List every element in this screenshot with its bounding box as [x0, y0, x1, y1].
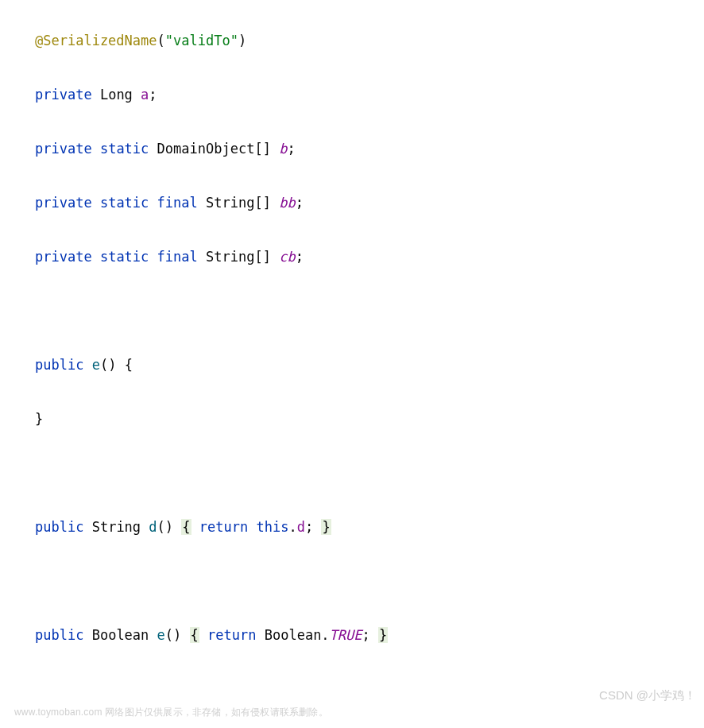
blank-line [35, 297, 688, 324]
code-line: } [35, 405, 688, 432]
code-block: @SerializedName("validTo") private Long … [0, 0, 704, 728]
code-line: public e() { [35, 351, 688, 378]
watermark-left: www.toymoban.com 网络图片仅供展示，非存储，如有侵权请联系删除。 [14, 703, 328, 722]
code-line: private static final String[] bb; [35, 189, 688, 216]
code-line: public Boolean e() { return Boolean.TRUE… [35, 622, 688, 649]
watermark-right: CSDN @小学鸡！ [599, 683, 696, 707]
blank-line [35, 676, 688, 703]
blank-line [35, 567, 688, 594]
annotation: @SerializedName [35, 33, 157, 48]
code-line: public String d() { return this.d; } [35, 513, 688, 540]
blank-line [35, 459, 688, 486]
string-literal: "validTo" [165, 33, 238, 48]
code-line: private static DomainObject[] b; [35, 135, 688, 162]
code-line: private Long a; [35, 81, 688, 108]
code-line: @SerializedName("validTo") [35, 27, 688, 54]
code-line: private static final String[] cb; [35, 243, 688, 270]
